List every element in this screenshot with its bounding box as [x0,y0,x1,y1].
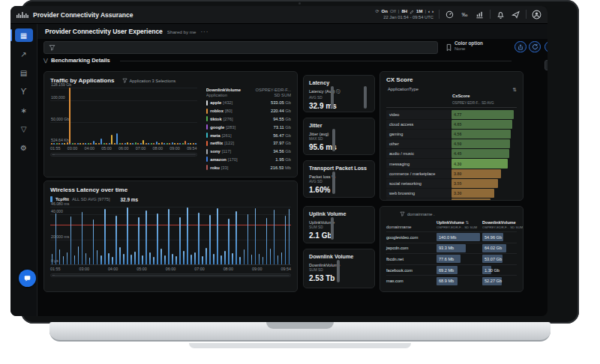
cx-score-row[interactable]: messaging4.30 [386,159,517,169]
domainname-filter-chip[interactable]: domainname . [400,211,517,216]
time-range-control[interactable]: ⟳ On Off | 8H 1M | ‹ › 22 Jan 01:54 - 09… [376,9,434,20]
domain-row[interactable]: max.com68.9 Mb52.27 Gb [386,275,517,286]
domain-name: jwpcdn.com [386,246,434,250]
app-color-swatch [206,157,208,162]
cx-score-row[interactable]: web browsing3.30 [386,189,517,198]
col-downlink-volume[interactable]: DownlinkVolume [206,88,241,92]
edit-range-icon[interactable] [410,10,414,14]
cx-app-label: social networking [386,179,451,188]
author-button[interactable]: Author [544,41,548,52]
more-menu[interactable]: ··· [200,28,208,35]
domain-name: fbcdn.net [386,257,434,261]
kpi-agg: SUM SD [309,225,369,229]
avatar[interactable] [532,10,542,19]
sidebar-item-flows[interactable]: ϒ [15,85,33,98]
kpi-card-uplink-volume[interactable]: Uplink VolumeUplinkVolumeSUM SD2.1 Gb [303,206,375,243]
sort-icon[interactable]: ⇅ [513,87,517,93]
chat-fab-button[interactable] [19,270,36,287]
application-filter-chip[interactable]: Application 3 Selections [122,78,176,83]
domain-row[interactable]: jwpcdn.com93.3 Mb64.02 Gb [386,243,517,254]
export-button[interactable] [514,41,526,52]
app-table-row[interactable]: amazon[170]1.95 Gb [206,156,291,164]
kpi-card-transport-packet-loss[interactable]: Transport Packet LossPacket loss %AVG SD… [303,160,375,198]
col-uplink[interactable]: UplinkVolume [436,220,464,225]
cx-score-row[interactable]: social networking3.55 [386,178,517,188]
cx-score-row[interactable]: no sni3.01 [386,198,517,201]
traffic-scrollbar[interactable] [50,153,197,157]
replay-on[interactable]: On [382,9,388,15]
cx-score-row[interactable]: cloud access4.65 [386,119,517,129]
filter-input[interactable] [44,41,438,54]
col-cx-sub: OSPREY-EDR-F... SD AVG [452,101,515,105]
sidebar-item-integrations[interactable]: ∗ [15,103,33,117]
bookmark-icon[interactable] [446,43,452,52]
latency-scrollbar[interactable] [50,273,291,277]
col-application-type[interactable]: ApplicationType [388,87,452,105]
app-name: apple [210,100,221,105]
sidebar-item-dashboards[interactable]: ▦ [15,28,33,42]
app-table-row[interactable]: meta[261]56.47 Gb [206,131,291,139]
kpi-card-latency[interactable]: LatencyLatency (Avg) ⓘAVG SD32.9 ms [303,75,375,112]
data-bar [255,208,256,264]
app-volume: 94.55 Gb [273,117,291,121]
cx-app-label: messaging [386,159,451,168]
sidebar-item-settings[interactable]: ⚙ [15,141,33,154]
latency-chart[interactable]: 46.080 ms40,00020,000 ms0 μs [50,207,291,265]
app-table-row[interactable]: netflix[122]37.97 Gb [206,139,291,148]
uplink-cell: 93.3 Mb [436,244,480,252]
refresh-button[interactable] [529,41,541,52]
x-axis-label: 08:00 [153,146,164,151]
app-table-row[interactable]: sony[117]34.56 Gb [206,148,291,156]
range-value[interactable]: 8H [401,9,407,15]
section-title[interactable]: Benchmarking Details [51,57,110,64]
x-axis-label: 09:00 [252,267,262,271]
cx-score-row[interactable]: audio / music4.45 [386,149,517,159]
col-application[interactable]: Application [206,93,227,97]
sort-icon[interactable]: ⇅ [465,220,469,225]
cx-score-row[interactable]: video4.77 [386,109,517,119]
domain-row[interactable]: fbcdn.net77.6 Mb53.07 Gb [386,253,517,264]
data-dot [195,143,196,145]
col-downlink[interactable]: DownlinkVolume [482,220,523,225]
data-bar [209,215,211,264]
cx-score-row[interactable]: commerce / marketplace3.80 [386,169,517,178]
app-table-row[interactable]: roku[33]216.53 Mb [206,163,291,172]
add-widget-button[interactable]: + [544,60,548,70]
paper-plane-icon[interactable] [511,10,520,19]
app-table-row[interactable]: roblox[80]220.44 Gb [206,107,291,115]
color-option[interactable]: Color option None [454,40,483,52]
step-value[interactable]: 1M [416,9,422,15]
cx-score-row[interactable]: other4.50 [386,139,517,149]
kpi-card-downlink-volume[interactable]: Downlink VolumeDownlinkVolumeSUM SD2.53 … [303,249,375,288]
app-table-row[interactable]: google[283]73.11 Gb [206,123,291,131]
sidebar-item-reports[interactable]: ▤ [15,66,33,79]
percent-settings-icon[interactable]: ‰ [460,10,470,19]
sidebar-item-connections[interactable]: ↗ [15,47,33,61]
data-bar [123,254,124,264]
replay-icon[interactable]: ⟳ [376,9,380,15]
kpi-card-jitter[interactable]: JitterJitter (avg)MAX SD95.6 ms [303,118,375,155]
app-name: amazon [210,157,226,162]
chart-metrics-icon[interactable] [475,10,484,19]
sidebar-item-sensors[interactable]: ▽ [15,122,33,136]
cx-score-bar: 3.01 [452,198,490,201]
dashboard-app: Provider Connectivity Assurance ⟳ On Off… [10,6,548,316]
replay-off[interactable]: Off [390,9,396,15]
color-option-value: None [454,46,483,52]
domain-row[interactable]: facebook.com69.2 Mb1.30 Gb [386,264,517,276]
data-bar [63,256,64,264]
traffic-chart[interactable]: 128.159 Gb100,00050,000 Gb524.64 Kb [50,88,197,145]
range-prev[interactable]: ‹ [428,9,430,15]
cx-score-value: 4.65 [454,122,462,127]
col-cx-score[interactable]: CxScore [452,94,470,98]
app-count: [170] [228,157,238,162]
cx-score-row[interactable]: gaming4.56 [386,129,517,139]
gauge-icon[interactable] [445,10,454,19]
col-domainname[interactable]: domainname [386,225,434,229]
domain-row[interactable]: googlevideo.com140.0 Mb54.96 Gb [386,231,517,243]
range-next[interactable]: › [432,9,434,15]
bell-icon[interactable] [496,10,506,19]
app-table-row[interactable]: tiktok[276]94.55 Gb [206,115,291,124]
chevron-down-icon[interactable]: ⋁ [44,58,48,64]
app-table-row[interactable]: apple[432]533.05 Gb [206,99,291,107]
